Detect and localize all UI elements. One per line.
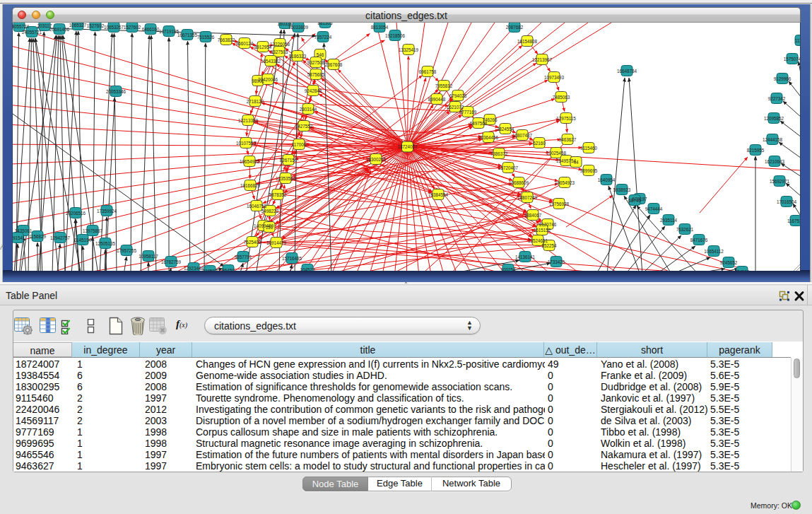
svg-text:17957255: 17957255 xyxy=(117,248,137,253)
svg-text:44: 44 xyxy=(573,160,579,165)
svg-text:15692971: 15692971 xyxy=(770,179,790,184)
svg-text:9245652: 9245652 xyxy=(720,260,738,265)
svg-text:9857791: 9857791 xyxy=(235,255,252,259)
svg-text:20364456: 20364456 xyxy=(478,135,499,140)
svg-text:3824554: 3824554 xyxy=(497,127,514,132)
svg-text:12975115: 12975115 xyxy=(556,116,576,121)
svg-text:6120746: 6120746 xyxy=(539,222,557,227)
svg-text:14136141: 14136141 xyxy=(515,255,536,259)
svg-text:10807487: 10807487 xyxy=(512,133,533,138)
svg-text:8186323: 8186323 xyxy=(289,54,307,59)
svg-text:16210643: 16210643 xyxy=(765,159,785,164)
svg-text:9115460: 9115460 xyxy=(580,146,598,151)
svg-text:881305: 881305 xyxy=(317,23,333,25)
svg-text:10025458: 10025458 xyxy=(546,151,567,156)
svg-text:20053346: 20053346 xyxy=(106,89,126,94)
svg-text:15720407: 15720407 xyxy=(498,165,519,170)
svg-text:24055721: 24055721 xyxy=(22,30,42,35)
svg-text:16046758: 16046758 xyxy=(247,204,267,209)
svg-text:1733426: 1733426 xyxy=(548,259,565,264)
svg-text:7632621: 7632621 xyxy=(676,227,694,232)
svg-text:17016504: 17016504 xyxy=(777,199,797,204)
svg-text:9327503: 9327503 xyxy=(271,49,288,54)
svg-text:8471676: 8471676 xyxy=(690,238,708,243)
svg-text:2935114: 2935114 xyxy=(660,218,678,223)
svg-text:16154808: 16154808 xyxy=(517,39,538,44)
svg-text:6961758: 6961758 xyxy=(419,69,437,74)
svg-text:1640954: 1640954 xyxy=(598,177,616,182)
svg-text:104523: 104523 xyxy=(300,267,315,271)
svg-text:9227342: 9227342 xyxy=(768,96,786,101)
svg-text:12095852: 12095852 xyxy=(764,116,784,121)
svg-text:8813054: 8813054 xyxy=(371,25,389,30)
svg-text:7663822: 7663822 xyxy=(218,37,235,42)
svg-text:8427552: 8427552 xyxy=(295,124,313,129)
svg-text:5498222: 5498222 xyxy=(261,209,279,214)
svg-text:9884067: 9884067 xyxy=(524,213,542,218)
svg-text:19166829: 19166829 xyxy=(240,183,261,188)
svg-text:7485063: 7485063 xyxy=(553,95,570,100)
svg-text:1621072: 1621072 xyxy=(447,105,464,110)
svg-text:12942757: 12942757 xyxy=(50,235,71,240)
svg-text:100254: 100254 xyxy=(500,267,516,271)
svg-text:1156829: 1156829 xyxy=(29,234,47,239)
svg-text:1167535: 1167535 xyxy=(787,218,801,223)
svg-text:16914479: 16914479 xyxy=(266,240,287,245)
svg-text:7357224: 7357224 xyxy=(314,35,332,40)
svg-text:5878352: 5878352 xyxy=(269,192,287,197)
svg-text:24055724: 24055724 xyxy=(13,24,29,29)
svg-text:9777169: 9777169 xyxy=(459,110,477,115)
svg-text:9474444: 9474444 xyxy=(645,206,663,211)
svg-text:2718120: 2718120 xyxy=(247,99,264,104)
svg-text:9242848: 9242848 xyxy=(305,88,322,93)
svg-text:13975887: 13975887 xyxy=(83,228,103,233)
svg-text:10973493: 10973493 xyxy=(544,75,565,80)
svg-text:2367608: 2367608 xyxy=(325,62,343,67)
svg-text:19654925: 19654925 xyxy=(240,159,260,164)
svg-text:12444158: 12444158 xyxy=(763,137,783,142)
svg-text:1615152: 1615152 xyxy=(534,228,551,233)
svg-text:6794028: 6794028 xyxy=(449,93,467,98)
svg-text:1527602: 1527602 xyxy=(124,25,141,30)
svg-text:9899695: 9899695 xyxy=(580,168,598,173)
svg-text:746266: 746266 xyxy=(482,117,498,122)
svg-text:16671355: 16671355 xyxy=(177,33,198,37)
svg-text:9327508: 9327508 xyxy=(307,60,325,65)
svg-text:20691406: 20691406 xyxy=(49,27,70,32)
svg-text:1145194: 1145194 xyxy=(74,238,92,243)
svg-text:13524651: 13524651 xyxy=(528,238,548,243)
svg-text:16033809: 16033809 xyxy=(288,25,309,30)
svg-text:117006: 117006 xyxy=(292,142,307,147)
svg-text:2803144: 2803144 xyxy=(300,107,317,112)
svg-text:19384554: 19384554 xyxy=(428,192,449,197)
svg-text:68743: 68743 xyxy=(628,198,641,203)
svg-text:8267150: 8267150 xyxy=(280,158,298,163)
svg-text:10653267: 10653267 xyxy=(104,25,124,30)
svg-text:23420046: 23420046 xyxy=(258,77,278,82)
svg-text:391541: 391541 xyxy=(13,235,25,240)
svg-text:19218506: 19218506 xyxy=(385,33,406,38)
svg-text:1575074: 1575074 xyxy=(784,57,801,62)
svg-text:12505135: 12505135 xyxy=(95,241,116,246)
svg-text:1527602: 1527602 xyxy=(87,23,105,28)
svg-text:7955812: 7955812 xyxy=(435,83,453,88)
svg-text:5875685: 5875685 xyxy=(307,72,325,77)
svg-text:12213967: 12213967 xyxy=(532,57,553,62)
svg-text:12213389: 12213389 xyxy=(238,118,259,123)
svg-text:252254: 252254 xyxy=(541,243,557,248)
svg-text:10688609: 10688609 xyxy=(509,180,529,185)
svg-text:10719185: 10719185 xyxy=(159,29,180,34)
svg-text:9129966: 9129966 xyxy=(774,76,792,81)
svg-text:19756928: 19756928 xyxy=(549,201,570,206)
svg-text:20206516: 20206516 xyxy=(66,211,86,216)
svg-text:8660124: 8660124 xyxy=(236,41,254,46)
svg-text:12353594: 12353594 xyxy=(276,176,296,181)
svg-text:1065327: 1065327 xyxy=(69,23,87,28)
svg-text:7515526: 7515526 xyxy=(197,35,215,40)
svg-text:7386372: 7386372 xyxy=(490,151,508,156)
svg-text:2087682: 2087682 xyxy=(506,25,524,30)
svg-text:6466160: 6466160 xyxy=(142,27,160,32)
svg-text:18300295: 18300295 xyxy=(366,157,387,162)
svg-text:16543382: 16543382 xyxy=(261,59,281,64)
svg-text:1435061: 1435061 xyxy=(15,228,33,233)
